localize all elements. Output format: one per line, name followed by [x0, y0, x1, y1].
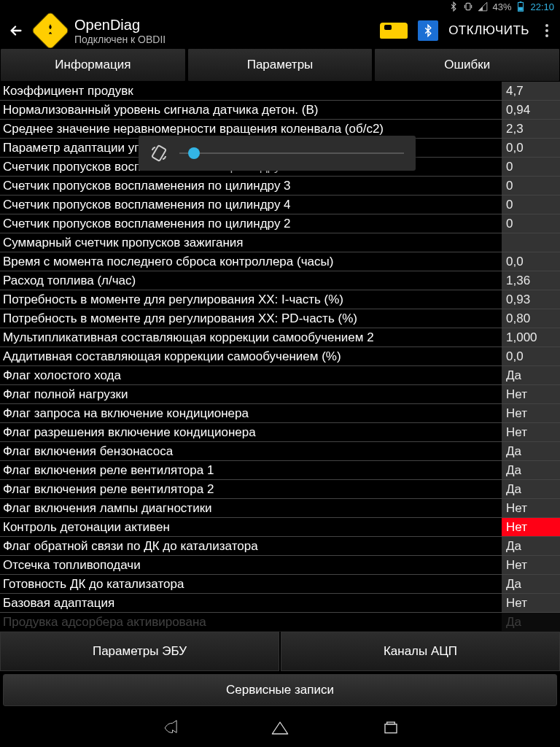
param-row[interactable]: Отсечка топливоподачиНет	[0, 556, 560, 575]
param-value: Нет	[502, 404, 560, 422]
tab-info[interactable]: Информация	[0, 48, 186, 82]
svg-rect-2	[520, 1, 522, 2]
param-label: Готовность ДК до катализатора	[0, 577, 502, 592]
param-row[interactable]: Время с момента последнего сброса контро…	[0, 252, 560, 271]
action-bar: OpenDiag Подключен к OBDII ОТКЛЮЧИТЬ	[0, 13, 560, 48]
param-value: Нет	[502, 518, 560, 536]
param-label: Расход топлива (л/час)	[0, 274, 502, 288]
param-label: Счетчик пропусков воспламенения по цилин…	[0, 198, 502, 212]
slider-thumb[interactable]	[188, 147, 200, 159]
param-value: 1,36	[502, 271, 560, 290]
param-value: Да	[502, 575, 560, 593]
param-label: Потребность в моменте для регулирования …	[0, 293, 502, 307]
param-row[interactable]: Флаг полной нагрузкиНет	[0, 385, 560, 404]
param-value: 0	[502, 214, 560, 233]
bluetooth-button[interactable]	[418, 20, 438, 41]
param-label: Флаг холостого хода	[0, 368, 502, 383]
nav-back-button[interactable]	[158, 716, 181, 740]
tab-params[interactable]: Параметры	[187, 48, 373, 82]
param-value: 0,80	[502, 309, 560, 328]
param-row[interactable]: Аддитивная составляющая коррекции самооб…	[0, 347, 560, 366]
param-value: 0	[502, 158, 560, 176]
param-label: Аддитивная составляющая коррекции самооб…	[0, 349, 502, 364]
battery-icon	[516, 1, 526, 12]
param-label: Время с момента последнего сброса контро…	[0, 255, 502, 269]
param-label: Флаг включения реле вентилятора 2	[0, 482, 502, 497]
param-row[interactable]: Флаг разрешения включение кондиционераНе…	[0, 423, 560, 442]
top-tabs: Информация Параметры Ошибки	[0, 48, 560, 82]
param-row[interactable]: Флаг запроса на включение кондиционераНе…	[0, 404, 560, 423]
param-value: Да	[502, 442, 560, 460]
nav-recent-button[interactable]	[379, 716, 402, 740]
tab-ecu-params[interactable]: Параметры ЭБУ	[0, 632, 279, 671]
param-value: 2,3	[502, 120, 560, 138]
param-row[interactable]: Нормализованный уровень сигнала датчика …	[0, 101, 560, 120]
param-row[interactable]: Флаг обратной связи по ДК до катализатор…	[0, 537, 560, 556]
param-label: Счетчик пропусков воспламенения по цилин…	[0, 179, 502, 193]
bottom-tabs: Параметры ЭБУ Каналы АЦП	[0, 632, 560, 671]
param-label: Флаг включения реле вентилятора 1	[0, 463, 502, 478]
nav-home-button[interactable]	[268, 716, 292, 740]
param-row[interactable]: Готовность ДК до катализатораДа	[0, 575, 560, 594]
param-value: Нет	[502, 385, 560, 403]
tab-errors[interactable]: Ошибки	[374, 48, 560, 82]
param-label: Контроль детонации активен	[0, 520, 502, 535]
param-row[interactable]: Базовая адаптацияНет	[0, 594, 560, 613]
disconnect-button[interactable]: ОТКЛЮЧИТЬ	[448, 23, 529, 38]
param-value: 4,7	[502, 82, 560, 100]
param-row[interactable]: Счетчик пропусков воспламенения по цилин…	[0, 196, 560, 214]
param-row[interactable]: Суммарный счетчик пропусков зажигания	[0, 233, 560, 252]
clock-text: 22:10	[530, 1, 554, 12]
param-value: 0	[502, 177, 560, 195]
param-label: Нормализованный уровень сигнала датчика …	[0, 103, 502, 117]
param-label: Мультипликативная составляющая коррекции…	[0, 330, 502, 345]
param-label: Потребность в моменте для регулирования …	[0, 311, 502, 326]
param-row[interactable]: Коэффициент продувк4,7	[0, 82, 560, 101]
param-value	[502, 233, 560, 252]
param-label: Флаг полной нагрузки	[0, 387, 502, 402]
param-row[interactable]: Контроль детонации активенНет	[0, 518, 560, 537]
param-value: 0,0	[502, 347, 560, 365]
auto-rotate-icon	[150, 144, 168, 162]
param-row[interactable]: Мультипликативная составляющая коррекции…	[0, 328, 560, 347]
param-value: 1,000	[502, 328, 560, 347]
param-row[interactable]: Потребность в моменте для регулирования …	[0, 290, 560, 309]
param-row[interactable]: Флаг холостого ходаДа	[0, 366, 560, 385]
brightness-slider[interactable]	[179, 152, 404, 154]
param-row[interactable]: Расход топлива (л/час)1,36	[0, 271, 560, 290]
param-label: Флаг включения лампы диагностики	[0, 501, 502, 516]
svg-rect-0	[467, 3, 471, 9]
app-logo-icon	[31, 11, 70, 50]
param-label: Счетчик пропусков воспламенения по цилин…	[0, 217, 502, 231]
vibrate-status-icon	[463, 1, 473, 12]
param-row[interactable]: Счетчик пропусков воспламенения по цилин…	[0, 177, 560, 196]
svg-rect-3	[519, 7, 524, 11]
signal-icon	[478, 1, 488, 12]
param-row[interactable]: Счетчик пропусков воспламенения по цилин…	[0, 214, 560, 233]
android-nav-bar	[0, 709, 560, 747]
param-row[interactable]: Флаг включения реле вентилятора 1Да	[0, 461, 560, 480]
param-label: Флаг включения бензонасоса	[0, 444, 502, 459]
param-value: 0,0	[502, 252, 560, 271]
param-row[interactable]: Флаг включения реле вентилятора 2Да	[0, 480, 560, 499]
bluetooth-icon	[421, 24, 435, 37]
param-label: Базовая адаптация	[0, 596, 502, 611]
param-row[interactable]: Флаг включения лампы диагностикиНет	[0, 499, 560, 518]
car-icon	[380, 23, 408, 39]
overflow-menu-button[interactable]	[540, 24, 554, 37]
param-label: Продувка адсорбера активирована	[0, 615, 502, 630]
back-button[interactable]	[6, 23, 26, 39]
arrow-left-icon	[8, 23, 24, 39]
param-value: 0	[502, 196, 560, 214]
param-value: 0,93	[502, 290, 560, 309]
service-records-button[interactable]: Сервисные записи	[3, 674, 557, 706]
param-label: Флаг разрешения включение кондиционера	[0, 425, 502, 440]
param-value: Нет	[502, 556, 560, 574]
param-row[interactable]: Потребность в моменте для регулирования …	[0, 309, 560, 328]
brightness-overlay[interactable]	[139, 136, 416, 171]
param-row[interactable]: Флаг включения бензонасосаДа	[0, 442, 560, 461]
param-value: Нет	[502, 594, 560, 612]
param-row[interactable]: Продувка адсорбера активированаДа	[0, 613, 560, 632]
tab-adc-channels[interactable]: Каналы АЦП	[281, 632, 560, 671]
param-value: 0,94	[502, 101, 560, 119]
